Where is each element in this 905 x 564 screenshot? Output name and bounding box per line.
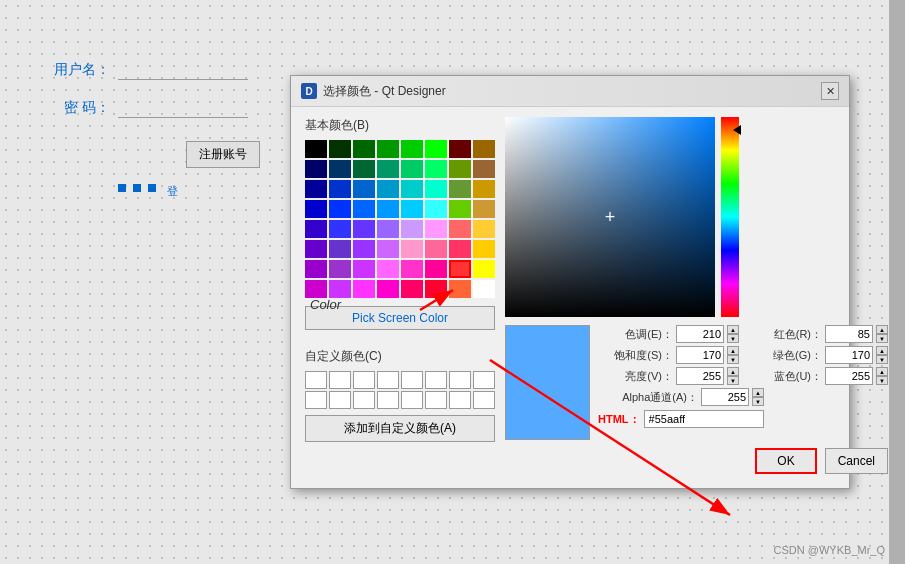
basic-swatch-32[interactable]	[305, 220, 327, 238]
basic-swatch-44[interactable]	[401, 240, 423, 258]
basic-swatch-39[interactable]	[473, 220, 495, 238]
color-gradient-canvas[interactable]: +	[505, 117, 715, 317]
blue-input[interactable]	[825, 367, 873, 385]
hex-input[interactable]	[644, 410, 764, 428]
alpha-up[interactable]: ▲	[752, 388, 764, 397]
basic-swatch-12[interactable]	[401, 160, 423, 178]
custom-swatch-6[interactable]	[425, 371, 447, 389]
basic-swatch-33[interactable]	[329, 220, 351, 238]
basic-swatch-53[interactable]	[425, 260, 447, 278]
basic-swatch-61[interactable]	[425, 280, 447, 298]
alpha-input[interactable]	[701, 388, 749, 406]
hue-bar[interactable]	[721, 117, 739, 317]
val-down[interactable]: ▼	[727, 376, 739, 385]
basic-swatch-22[interactable]	[449, 180, 471, 198]
register-button[interactable]: 注册账号	[186, 141, 260, 168]
basic-swatch-27[interactable]	[377, 200, 399, 218]
sat-up[interactable]: ▲	[727, 346, 739, 355]
custom-swatch-16[interactable]	[473, 391, 495, 409]
custom-swatch-3[interactable]	[353, 371, 375, 389]
basic-swatch-63[interactable]	[473, 280, 495, 298]
password-input[interactable]	[118, 98, 248, 118]
basic-swatch-62[interactable]	[449, 280, 471, 298]
basic-swatch-29[interactable]	[425, 200, 447, 218]
basic-swatch-56[interactable]	[305, 280, 327, 298]
basic-swatch-31[interactable]	[473, 200, 495, 218]
hue-down[interactable]: ▼	[727, 334, 739, 343]
basic-swatch-10[interactable]	[353, 160, 375, 178]
basic-swatch-8[interactable]	[305, 160, 327, 178]
red-input[interactable]	[825, 325, 873, 343]
custom-swatch-14[interactable]	[425, 391, 447, 409]
red-down[interactable]: ▼	[876, 334, 888, 343]
hue-up[interactable]: ▲	[727, 325, 739, 334]
basic-swatch-17[interactable]	[329, 180, 351, 198]
custom-swatch-9[interactable]	[305, 391, 327, 409]
basic-swatch-20[interactable]	[401, 180, 423, 198]
green-input[interactable]	[825, 346, 873, 364]
basic-swatch-37[interactable]	[425, 220, 447, 238]
custom-swatch-1[interactable]	[305, 371, 327, 389]
red-up[interactable]: ▲	[876, 325, 888, 334]
basic-swatch-38[interactable]	[449, 220, 471, 238]
basic-swatch-55[interactable]	[473, 260, 495, 278]
basic-swatch-59[interactable]	[377, 280, 399, 298]
basic-swatch-48[interactable]	[305, 260, 327, 278]
basic-swatch-24[interactable]	[305, 200, 327, 218]
dialog-close-button[interactable]: ✕	[821, 82, 839, 100]
basic-swatch-49[interactable]	[329, 260, 351, 278]
hue-input[interactable]	[676, 325, 724, 343]
basic-swatch-57[interactable]	[329, 280, 351, 298]
basic-swatch-34[interactable]	[353, 220, 375, 238]
cancel-button[interactable]: Cancel	[825, 448, 888, 474]
basic-swatch-13[interactable]	[425, 160, 447, 178]
custom-swatch-5[interactable]	[401, 371, 423, 389]
basic-swatch-2[interactable]	[353, 140, 375, 158]
basic-swatch-51[interactable]	[377, 260, 399, 278]
custom-swatch-7[interactable]	[449, 371, 471, 389]
basic-swatch-28[interactable]	[401, 200, 423, 218]
basic-swatch-9[interactable]	[329, 160, 351, 178]
basic-swatch-36[interactable]	[401, 220, 423, 238]
sat-input[interactable]	[676, 346, 724, 364]
custom-swatch-15[interactable]	[449, 391, 471, 409]
green-down[interactable]: ▼	[876, 355, 888, 364]
blue-up[interactable]: ▲	[876, 367, 888, 376]
basic-swatch-18[interactable]	[353, 180, 375, 198]
basic-swatch-60[interactable]	[401, 280, 423, 298]
basic-swatch-4[interactable]	[401, 140, 423, 158]
basic-swatch-47[interactable]	[473, 240, 495, 258]
basic-swatch-6[interactable]	[449, 140, 471, 158]
basic-swatch-14[interactable]	[449, 160, 471, 178]
username-input[interactable]	[118, 60, 248, 80]
basic-swatch-23[interactable]	[473, 180, 495, 198]
basic-swatch-40[interactable]	[305, 240, 327, 258]
basic-swatch-7[interactable]	[473, 140, 495, 158]
basic-swatch-16[interactable]	[305, 180, 327, 198]
alpha-down[interactable]: ▼	[752, 397, 764, 406]
basic-swatch-45[interactable]	[425, 240, 447, 258]
basic-swatch-46[interactable]	[449, 240, 471, 258]
scrollbar-right[interactable]	[889, 0, 905, 564]
basic-swatch-42[interactable]	[353, 240, 375, 258]
custom-swatch-10[interactable]	[329, 391, 351, 409]
custom-swatch-11[interactable]	[353, 391, 375, 409]
green-up[interactable]: ▲	[876, 346, 888, 355]
custom-swatch-4[interactable]	[377, 371, 399, 389]
basic-swatch-5[interactable]	[425, 140, 447, 158]
custom-swatch-8[interactable]	[473, 371, 495, 389]
basic-swatch-25[interactable]	[329, 200, 351, 218]
sat-down[interactable]: ▼	[727, 355, 739, 364]
some-link[interactable]: 登	[167, 184, 178, 199]
basic-swatch-58[interactable]	[353, 280, 375, 298]
custom-swatch-13[interactable]	[401, 391, 423, 409]
basic-swatch-50[interactable]	[353, 260, 375, 278]
basic-swatch-21[interactable]	[425, 180, 447, 198]
ok-button[interactable]: OK	[755, 448, 816, 474]
basic-swatch-30[interactable]	[449, 200, 471, 218]
val-up[interactable]: ▲	[727, 367, 739, 376]
basic-swatch-19[interactable]	[377, 180, 399, 198]
custom-swatch-2[interactable]	[329, 371, 351, 389]
basic-swatch-11[interactable]	[377, 160, 399, 178]
basic-swatch-26[interactable]	[353, 200, 375, 218]
